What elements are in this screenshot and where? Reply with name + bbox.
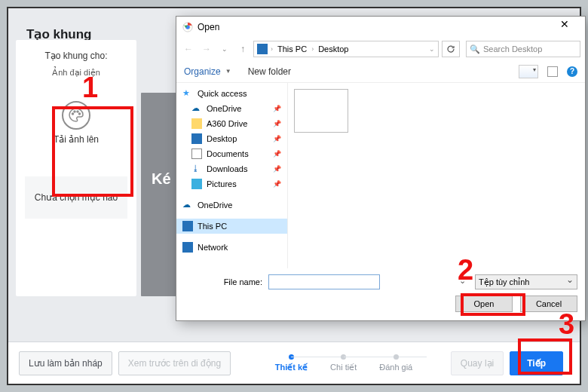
star-icon: ★ [182, 88, 193, 99]
pc-icon [257, 44, 268, 54]
cloud-icon: ☁ [182, 200, 193, 210]
left-panel: Tạo khung cho: Ảnh đại diện Tải ảnh lên … [16, 40, 136, 296]
nav-back-icon[interactable]: ← [181, 44, 196, 54]
pin-icon: 📌 [273, 150, 281, 158]
pictures-icon [191, 179, 202, 189]
preview-mobile-button[interactable]: Xem trước trên di động [118, 351, 231, 375]
pin-icon: 📌 [273, 180, 281, 188]
upload-label: Tải ảnh lên [54, 134, 99, 145]
document-icon [191, 149, 202, 159]
preview-pane-icon[interactable] [547, 66, 558, 77]
path-root[interactable]: This PC [276, 44, 308, 54]
dialog-footer: File name: Tệp tùy chỉnh Open Cancel [176, 268, 585, 320]
tree-pictures[interactable]: Pictures📌 [176, 176, 287, 191]
nav-tree: ★Quick access ☁OneDrive📌 A360 Drive📌 Des… [176, 83, 288, 268]
chevron-down-icon[interactable]: ⌄ [429, 45, 435, 53]
nav-up-icon[interactable]: ↑ [235, 44, 250, 54]
help-icon[interactable]: ? [567, 66, 577, 77]
canvas-text-snippet: Ké [152, 170, 171, 188]
nav-recent-icon[interactable]: ⌄ [217, 45, 232, 53]
nav-forward-icon[interactable]: → [199, 44, 214, 54]
palette-icon [62, 101, 90, 130]
view-picker[interactable] [519, 65, 538, 78]
no-selection-label: Chưa chọn mục nào [25, 176, 127, 219]
bottom-bar: Lưu làm bản nháp Xem trước trên di động … [8, 341, 580, 384]
network-icon [182, 242, 193, 253]
tree-downloads[interactable]: ⭳Downloads📌 [176, 161, 287, 176]
step-review[interactable]: Đánh giá [379, 354, 412, 372]
refresh-icon[interactable] [442, 41, 460, 57]
annotation-2: 2 [458, 254, 473, 286]
close-icon[interactable]: ✕ [550, 18, 579, 36]
annotation-1: 1 [82, 72, 98, 104]
dialog-title: Open [198, 22, 550, 32]
save-draft-button[interactable]: Lưu làm bản nháp [19, 351, 112, 375]
cloud-icon: ☁ [191, 103, 202, 114]
tree-quick-access[interactable]: ★Quick access [176, 86, 287, 101]
upload-tile[interactable]: Tải ảnh lên [25, 84, 127, 163]
chevron-down-icon: ▼ [225, 68, 231, 75]
file-name-label: File name: [184, 277, 262, 286]
back-button[interactable]: Quay lại [451, 351, 504, 375]
tree-this-pc[interactable]: This PC [176, 219, 287, 234]
file-list[interactable] [288, 83, 585, 268]
file-name-input[interactable] [268, 274, 380, 289]
pin-icon: 📌 [273, 135, 281, 142]
create-for-label: Tạo khung cho: [23, 51, 129, 63]
tree-onedrive[interactable]: ☁OneDrive📌 [176, 101, 287, 116]
step-details[interactable]: Chi tiết [330, 354, 357, 372]
search-input[interactable]: 🔍 Search Desktop [466, 41, 580, 57]
avatar-label: Ảnh đại diện [23, 67, 129, 78]
tree-onedrive2[interactable]: ☁OneDrive [176, 198, 287, 213]
folder-icon [191, 118, 202, 129]
path-folder[interactable]: Desktop [317, 44, 350, 54]
organize-menu[interactable]: Organize [184, 66, 221, 77]
pin-icon: 📌 [273, 120, 281, 127]
tree-a360[interactable]: A360 Drive📌 [176, 116, 287, 131]
step-design[interactable]: Thiết kế [275, 354, 308, 372]
pin-icon: 📌 [273, 165, 281, 173]
pin-icon: 📌 [273, 105, 281, 112]
new-folder-button[interactable]: New folder [248, 66, 291, 77]
file-thumb[interactable] [294, 89, 348, 133]
dialog-toolbar: Organize ▼ New folder ? [176, 60, 585, 83]
pc-icon [182, 221, 193, 231]
path-box[interactable]: › This PC › Desktop ⌄ [253, 41, 439, 57]
svg-point-1 [74, 111, 75, 112]
svg-point-0 [72, 113, 74, 115]
file-type-filter[interactable]: Tệp tùy chỉnh [475, 274, 577, 289]
svg-point-2 [77, 111, 78, 112]
open-button[interactable]: Open [455, 296, 513, 312]
stepper: Thiết kế Chi tiết Đánh giá [237, 354, 451, 372]
desktop-icon [191, 133, 202, 144]
next-button[interactable]: Tiếp [510, 351, 563, 375]
dialog-nav: ← → ⌄ ↑ › This PC › Desktop ⌄ 🔍 Search D… [176, 38, 585, 60]
svg-point-3 [79, 113, 81, 115]
chrome-icon [182, 22, 193, 32]
file-open-dialog: Open ✕ ← → ⌄ ↑ › This PC › Desktop ⌄ 🔍 S… [176, 16, 586, 321]
download-icon: ⭳ [191, 164, 202, 174]
dialog-titlebar: Open ✕ [176, 17, 585, 38]
tree-documents[interactable]: Documents📌 [176, 146, 287, 161]
tree-desktop[interactable]: Desktop📌 [176, 131, 287, 146]
annotation-3: 3 [559, 308, 574, 341]
search-icon: 🔍 [470, 44, 480, 54]
tree-network[interactable]: Network [176, 240, 287, 255]
